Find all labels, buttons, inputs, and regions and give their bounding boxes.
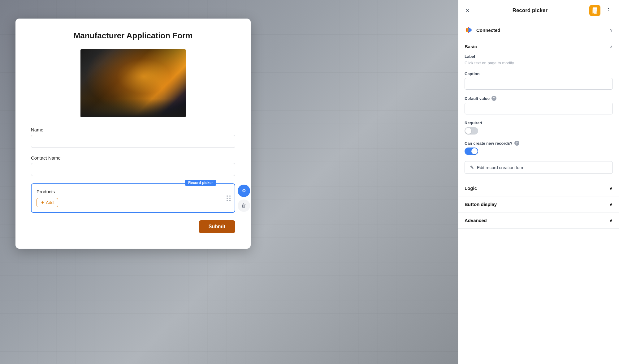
retool-logo-icon <box>465 26 473 34</box>
basic-section: Basic ∧ Label Click text on page to modi… <box>458 39 619 180</box>
form-title: Manufacturer Application Form <box>31 31 235 41</box>
name-field: Name <box>31 127 235 148</box>
default-value-field-group: Default value ? <box>465 96 613 114</box>
advanced-section-title: Advanced <box>465 218 487 223</box>
name-input[interactable] <box>31 135 235 148</box>
button-display-section: Button display ∨ <box>458 196 619 212</box>
panel-header: × Record picker ⋮ <box>458 0 619 21</box>
can-create-toggle[interactable] <box>465 148 478 155</box>
add-label: Add <box>46 200 54 205</box>
required-field-group: Required <box>465 121 613 135</box>
connected-label: Connected <box>476 28 610 33</box>
basic-section-title: Basic <box>465 44 477 49</box>
default-value-help-icon[interactable]: ? <box>491 96 496 101</box>
more-icon: ⋮ <box>605 7 612 14</box>
record-picker-badge: Record picker <box>185 180 216 186</box>
plus-icon: + <box>41 200 44 205</box>
form-image <box>80 49 186 117</box>
caption-field-group: Caption <box>465 71 613 90</box>
products-label: Products <box>37 189 230 194</box>
advanced-chevron-icon: ∨ <box>609 217 613 223</box>
default-value-label: Default value ? <box>465 96 613 101</box>
edit-icon: ✎ <box>470 165 474 170</box>
edit-form-group: ✎ Edit record creation form <box>465 161 613 174</box>
basic-section-content: Label Click text on page to modify Capti… <box>458 54 619 180</box>
required-toggle-wrapper <box>465 127 613 135</box>
basic-chevron-icon: ∧ <box>610 44 613 49</box>
advanced-section-header[interactable]: Advanced ∨ <box>458 212 619 228</box>
label-field-group: Label Click text on page to modify <box>465 54 613 65</box>
database-icon <box>592 7 598 14</box>
can-create-field-group: Can create new records? ? <box>465 141 613 155</box>
connected-chevron-icon: ∨ <box>610 28 613 32</box>
products-field[interactable]: Record picker Products + Add ⚙ 🗑 <box>31 183 235 213</box>
svg-point-0 <box>593 8 597 9</box>
button-display-section-header[interactable]: Button display ∨ <box>458 196 619 212</box>
field-actions: ⚙ 🗑 <box>238 185 250 212</box>
close-button[interactable]: × <box>465 6 471 15</box>
add-button[interactable]: + Add <box>37 198 58 207</box>
canvas-area: Manufacturer Application Form Name Conta… <box>0 0 458 364</box>
settings-button[interactable]: ⚙ <box>238 185 250 197</box>
caption-field-label: Caption <box>465 71 613 76</box>
logic-section-title: Logic <box>465 186 477 191</box>
name-label: Name <box>31 127 235 132</box>
panel-title: Record picker <box>474 7 586 14</box>
label-field-hint: Click text on page to modify <box>465 61 613 65</box>
contact-name-field: Contact Name <box>31 155 235 176</box>
can-create-toggle-wrapper <box>465 148 613 155</box>
drag-handle[interactable] <box>227 195 231 201</box>
edit-form-button[interactable]: ✎ Edit record creation form <box>465 161 613 174</box>
submit-button[interactable]: Submit <box>199 220 235 233</box>
button-display-section-title: Button display <box>465 202 497 207</box>
delete-button[interactable]: 🗑 <box>238 199 250 212</box>
default-value-input[interactable] <box>465 103 613 114</box>
required-toggle[interactable] <box>465 127 478 135</box>
right-panel: × Record picker ⋮ Connected <box>458 0 619 364</box>
connected-icon <box>465 26 473 34</box>
more-options-button[interactable]: ⋮ <box>604 6 613 15</box>
advanced-section: Advanced ∨ <box>458 212 619 229</box>
logic-chevron-icon: ∨ <box>609 185 613 191</box>
contact-name-input[interactable] <box>31 163 235 176</box>
logic-section-header[interactable]: Logic ∨ <box>458 180 619 196</box>
edit-form-label: Edit record creation form <box>477 165 524 170</box>
form-modal: Manufacturer Application Form Name Conta… <box>15 19 251 249</box>
logic-section: Logic ∨ <box>458 180 619 196</box>
panel-icon-button[interactable] <box>589 5 600 16</box>
contact-name-label: Contact Name <box>31 155 235 161</box>
connected-section[interactable]: Connected ∨ <box>458 21 619 39</box>
button-display-chevron-icon: ∨ <box>609 201 613 207</box>
can-create-help-icon[interactable]: ? <box>514 141 519 146</box>
close-icon: × <box>466 7 470 14</box>
label-field-label: Label <box>465 54 613 59</box>
required-label: Required <box>465 121 613 125</box>
caption-input[interactable] <box>465 78 613 90</box>
can-create-label: Can create new records? ? <box>465 141 613 146</box>
basic-section-header[interactable]: Basic ∧ <box>458 39 619 54</box>
